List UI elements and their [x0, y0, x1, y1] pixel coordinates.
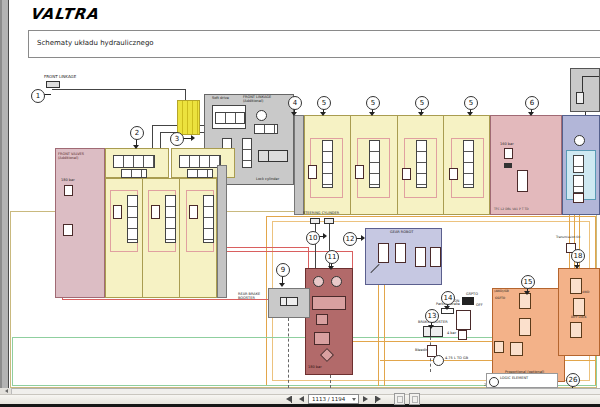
- previous-page-button[interactable]: [296, 396, 304, 402]
- callout-14: 14: [441, 291, 455, 305]
- callout-13: 13: [425, 309, 439, 323]
- valve-glyph: [113, 155, 155, 168]
- awd-gb-label: (AWD)/GB: [494, 290, 509, 293]
- relief-valve-glyph: [504, 148, 513, 159]
- last-page-button[interactable]: [375, 396, 384, 403]
- callout-9: 9: [276, 263, 290, 277]
- gauge-glyph: [574, 135, 585, 146]
- pipe-line: [160, 132, 161, 148]
- valve-glyph: [430, 247, 441, 267]
- valve-glyph: [179, 155, 221, 168]
- section-divider: [397, 115, 398, 215]
- pipe-line: [52, 89, 185, 90]
- pipe-line: [185, 89, 186, 100]
- drain-line: [330, 375, 331, 388]
- valve-glyph: [316, 314, 328, 325]
- document-title: Schematy układu hydraulicznego: [37, 39, 154, 47]
- callout-arrow: [428, 325, 434, 332]
- callout-2: 2: [130, 126, 144, 140]
- section-divider: [443, 115, 444, 215]
- to-gearbox-label: 4.75 L TO GB: [445, 356, 468, 360]
- front-linkage-label: FRONT LINKAGE: [44, 75, 76, 80]
- valve-glyph: [151, 205, 160, 219]
- valve-glyph: [573, 175, 584, 193]
- last-page-icon: [376, 396, 384, 402]
- facing-pages-view-icon[interactable]: [409, 393, 420, 405]
- valve-glyph: [187, 169, 213, 178]
- end-plate: [294, 115, 304, 215]
- pressure-180-label-2: 180 bar: [308, 365, 322, 369]
- first-page-bar-icon: [291, 396, 292, 403]
- valve-glyph: [573, 155, 584, 173]
- page-navigation: 1113 / 1194: [283, 394, 420, 404]
- callout-stem: [183, 138, 191, 139]
- pressure-160-label: 160 bar: [500, 142, 514, 146]
- callout-26: 26: [566, 373, 580, 387]
- first-page-icon: [283, 396, 291, 402]
- pipe-line: [152, 125, 153, 148]
- valve-glyph: [449, 168, 458, 180]
- callout-5d: 5: [464, 96, 478, 110]
- pipe-line-red: [308, 247, 309, 268]
- valve-glyph: [189, 205, 198, 219]
- aux-cylinder-block: [570, 68, 600, 112]
- first-page-button[interactable]: [283, 396, 292, 403]
- drain-line: [288, 318, 289, 388]
- rear-brake-booster-label: REAR BRAKE BOOSTER: [238, 292, 266, 300]
- valve-glyph: [510, 342, 523, 356]
- callout-5b: 5: [366, 96, 380, 110]
- lock-cylinder-symbol: [258, 150, 288, 162]
- callout-arrow: [328, 266, 334, 273]
- scroll-left-icon: [3, 389, 8, 393]
- front-linkage-symbol: [46, 81, 60, 88]
- spool-valve-glyph: [369, 140, 380, 188]
- callout-arrow: [133, 145, 139, 152]
- valve-glyph: [215, 112, 245, 124]
- front-valves-block: [55, 148, 105, 298]
- callout-12: 12: [343, 232, 357, 246]
- callout-arrow: [279, 283, 285, 290]
- callout-arrow: [320, 112, 326, 119]
- valve-glyph: [494, 341, 504, 353]
- next-page-button[interactable]: [363, 396, 371, 402]
- callout-1: 1: [31, 89, 45, 103]
- spool-valve-glyph: [165, 195, 176, 243]
- logic-element-label: LOGIC ELEMENT: [500, 376, 528, 380]
- page-dropdown-icon[interactable]: [352, 398, 356, 403]
- piston-line: [268, 150, 269, 162]
- next-page-icon: [363, 396, 371, 402]
- single-page-view-icon[interactable]: [394, 393, 405, 405]
- steering-cylinder-label: STEERING CYLINDER: [303, 211, 339, 215]
- valve-glyph: [517, 170, 528, 192]
- callout-arrow: [361, 235, 368, 241]
- page-number-field[interactable]: 1113 / 1194: [308, 394, 359, 404]
- valve-glyph: [121, 169, 147, 178]
- gauge-glyph: [313, 276, 324, 287]
- lock-cylinder-label: Lock cylinder: [256, 177, 279, 181]
- callout-arrow: [418, 112, 424, 119]
- relief-valve-glyph: [458, 330, 467, 340]
- front-linkage-additional-label: FRONT LINKAGE (Additional): [243, 95, 291, 103]
- valve-glyph: [314, 332, 330, 345]
- gauge-glyph: [256, 110, 267, 121]
- valve-glyph: [395, 243, 406, 263]
- valve-glyph: [573, 298, 585, 316]
- pump-glyph: [433, 355, 444, 366]
- front-valves-label: FRONT VALVES (Additional): [58, 152, 100, 160]
- callout-6: 6: [525, 96, 539, 110]
- section-divider: [179, 178, 180, 298]
- booster-glyph: [280, 297, 298, 306]
- plug-glyph: [504, 163, 512, 168]
- callout-arrow: [323, 233, 330, 239]
- valve-glyph: [570, 278, 582, 294]
- callout-arrow: [369, 112, 375, 119]
- callout-3: 3: [170, 132, 184, 146]
- spool-valve-glyph: [127, 195, 138, 243]
- relief-valve-glyph: [64, 185, 73, 196]
- valve-glyph: [519, 318, 531, 336]
- end-plate: [217, 165, 227, 298]
- spool-valve-glyph: [203, 195, 214, 243]
- gauge-glyph: [331, 276, 342, 287]
- pipe-line: [569, 215, 570, 268]
- gspto-label-2: GSPTO: [495, 297, 505, 300]
